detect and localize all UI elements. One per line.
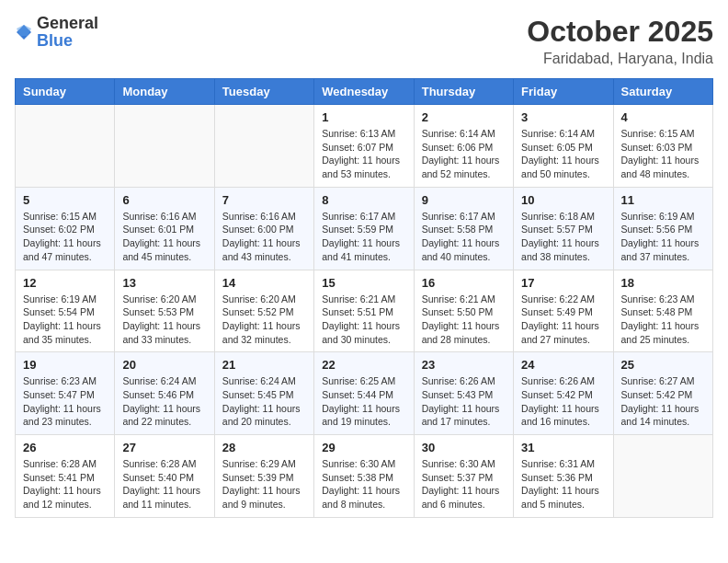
day-info: Sunrise: 6:26 AM Sunset: 5:43 PM Dayligh…: [422, 374, 506, 429]
weekday-header-sunday: Sunday: [16, 79, 115, 105]
day-info: Sunrise: 6:19 AM Sunset: 5:54 PM Dayligh…: [23, 293, 107, 347]
day-number: 10: [521, 193, 605, 207]
day-cell: 6Sunrise: 6:16 AM Sunset: 6:01 PM Daylig…: [115, 187, 214, 270]
day-cell: 13Sunrise: 6:20 AM Sunset: 5:53 PM Dayli…: [115, 270, 214, 352]
day-number: 24: [521, 358, 605, 372]
day-number: 21: [222, 358, 306, 372]
day-number: 5: [23, 193, 107, 207]
day-cell: 15Sunrise: 6:21 AM Sunset: 5:51 PM Dayli…: [314, 270, 414, 352]
day-cell: 10Sunrise: 6:18 AM Sunset: 5:57 PM Dayli…: [514, 187, 613, 270]
day-cell: 19Sunrise: 6:23 AM Sunset: 5:47 PM Dayli…: [16, 352, 115, 435]
day-number: 23: [422, 358, 506, 372]
week-row-5: 26Sunrise: 6:28 AM Sunset: 5:41 PM Dayli…: [16, 435, 713, 518]
calendar: SundayMondayTuesdayWednesdayThursdayFrid…: [15, 78, 713, 518]
day-info: Sunrise: 6:20 AM Sunset: 5:52 PM Dayligh…: [222, 293, 306, 347]
day-info: Sunrise: 6:15 AM Sunset: 6:02 PM Dayligh…: [23, 210, 107, 264]
logo-icon: [15, 23, 33, 41]
day-info: Sunrise: 6:31 AM Sunset: 5:36 PM Dayligh…: [521, 457, 605, 511]
day-number: 13: [122, 276, 206, 290]
logo: General Blue: [15, 15, 98, 50]
day-number: 17: [521, 276, 605, 290]
day-cell: 14Sunrise: 6:20 AM Sunset: 5:52 PM Dayli…: [214, 270, 313, 352]
day-cell: 9Sunrise: 6:17 AM Sunset: 5:58 PM Daylig…: [414, 187, 513, 270]
day-cell: 25Sunrise: 6:27 AM Sunset: 5:42 PM Dayli…: [613, 352, 712, 435]
day-info: Sunrise: 6:26 AM Sunset: 5:42 PM Dayligh…: [521, 374, 605, 429]
logo-text: General Blue: [37, 15, 98, 50]
day-number: 1: [322, 110, 405, 124]
day-number: 15: [322, 276, 405, 290]
day-cell: 11Sunrise: 6:19 AM Sunset: 5:56 PM Dayli…: [613, 187, 712, 270]
day-number: 20: [122, 358, 206, 372]
logo-general: General: [37, 14, 98, 32]
day-cell: 24Sunrise: 6:26 AM Sunset: 5:42 PM Dayli…: [514, 352, 613, 435]
logo-blue: Blue: [37, 31, 73, 50]
day-number: 30: [422, 441, 506, 454]
day-cell: 1Sunrise: 6:13 AM Sunset: 6:07 PM Daylig…: [314, 105, 414, 188]
day-info: Sunrise: 6:13 AM Sunset: 6:07 PM Dayligh…: [322, 127, 405, 181]
day-cell: [115, 105, 214, 188]
day-number: 11: [621, 193, 705, 207]
day-info: Sunrise: 6:17 AM Sunset: 5:59 PM Dayligh…: [322, 210, 405, 264]
day-cell: 4Sunrise: 6:15 AM Sunset: 6:03 PM Daylig…: [613, 105, 712, 188]
day-info: Sunrise: 6:16 AM Sunset: 6:00 PM Dayligh…: [222, 210, 306, 264]
header: General Blue October 2025 Faridabad, Har…: [15, 15, 713, 67]
day-cell: 16Sunrise: 6:21 AM Sunset: 5:50 PM Dayli…: [414, 270, 513, 352]
day-info: Sunrise: 6:29 AM Sunset: 5:39 PM Dayligh…: [222, 457, 306, 511]
day-info: Sunrise: 6:28 AM Sunset: 5:40 PM Dayligh…: [122, 457, 206, 511]
day-info: Sunrise: 6:21 AM Sunset: 5:50 PM Dayligh…: [422, 293, 506, 347]
day-number: 14: [222, 276, 306, 290]
day-cell: 26Sunrise: 6:28 AM Sunset: 5:41 PM Dayli…: [16, 435, 115, 518]
day-cell: 17Sunrise: 6:22 AM Sunset: 5:49 PM Dayli…: [514, 270, 613, 352]
day-cell: 29Sunrise: 6:30 AM Sunset: 5:38 PM Dayli…: [314, 435, 414, 518]
day-cell: 23Sunrise: 6:26 AM Sunset: 5:43 PM Dayli…: [414, 352, 513, 435]
day-info: Sunrise: 6:18 AM Sunset: 5:57 PM Dayligh…: [521, 210, 605, 264]
day-number: 7: [222, 193, 306, 207]
day-number: 26: [23, 441, 107, 454]
day-number: 19: [23, 358, 107, 372]
week-row-4: 19Sunrise: 6:23 AM Sunset: 5:47 PM Dayli…: [16, 352, 713, 435]
day-info: Sunrise: 6:14 AM Sunset: 6:05 PM Dayligh…: [521, 127, 605, 181]
day-number: 6: [122, 193, 206, 207]
day-info: Sunrise: 6:20 AM Sunset: 5:53 PM Dayligh…: [122, 293, 206, 347]
day-cell: 8Sunrise: 6:17 AM Sunset: 5:59 PM Daylig…: [314, 187, 414, 270]
day-cell: 7Sunrise: 6:16 AM Sunset: 6:00 PM Daylig…: [214, 187, 313, 270]
day-number: 25: [621, 358, 705, 372]
week-row-3: 12Sunrise: 6:19 AM Sunset: 5:54 PM Dayli…: [16, 270, 713, 352]
day-cell: 12Sunrise: 6:19 AM Sunset: 5:54 PM Dayli…: [16, 270, 115, 352]
day-cell: 2Sunrise: 6:14 AM Sunset: 6:06 PM Daylig…: [414, 105, 513, 188]
day-cell: [613, 435, 712, 518]
day-info: Sunrise: 6:24 AM Sunset: 5:46 PM Dayligh…: [122, 374, 206, 429]
day-cell: [16, 105, 115, 188]
day-info: Sunrise: 6:15 AM Sunset: 6:03 PM Dayligh…: [621, 127, 705, 181]
day-info: Sunrise: 6:16 AM Sunset: 6:01 PM Dayligh…: [122, 210, 206, 264]
day-info: Sunrise: 6:30 AM Sunset: 5:38 PM Dayligh…: [322, 457, 405, 511]
day-cell: 21Sunrise: 6:24 AM Sunset: 5:45 PM Dayli…: [214, 352, 313, 435]
day-info: Sunrise: 6:30 AM Sunset: 5:37 PM Dayligh…: [422, 457, 506, 511]
day-info: Sunrise: 6:22 AM Sunset: 5:49 PM Dayligh…: [521, 293, 605, 347]
day-cell: 20Sunrise: 6:24 AM Sunset: 5:46 PM Dayli…: [115, 352, 214, 435]
day-number: 29: [322, 441, 405, 454]
day-cell: 22Sunrise: 6:25 AM Sunset: 5:44 PM Dayli…: [314, 352, 414, 435]
day-number: 31: [521, 441, 605, 454]
weekday-header-wednesday: Wednesday: [314, 79, 414, 105]
location-title: Faridabad, Haryana, India: [527, 51, 713, 67]
day-info: Sunrise: 6:27 AM Sunset: 5:42 PM Dayligh…: [621, 374, 705, 429]
day-cell: [214, 105, 313, 188]
day-number: 27: [122, 441, 206, 454]
day-cell: 31Sunrise: 6:31 AM Sunset: 5:36 PM Dayli…: [514, 435, 613, 518]
day-cell: 5Sunrise: 6:15 AM Sunset: 6:02 PM Daylig…: [16, 187, 115, 270]
day-cell: 30Sunrise: 6:30 AM Sunset: 5:37 PM Dayli…: [414, 435, 513, 518]
day-info: Sunrise: 6:14 AM Sunset: 6:06 PM Dayligh…: [422, 127, 506, 181]
day-number: 18: [621, 276, 705, 290]
day-number: 28: [222, 441, 306, 454]
weekday-header-saturday: Saturday: [613, 79, 712, 105]
day-number: 3: [521, 110, 605, 124]
week-row-2: 5Sunrise: 6:15 AM Sunset: 6:02 PM Daylig…: [16, 187, 713, 270]
weekday-header-tuesday: Tuesday: [214, 79, 313, 105]
weekday-header-row: SundayMondayTuesdayWednesdayThursdayFrid…: [16, 79, 713, 105]
weekday-header-friday: Friday: [514, 79, 613, 105]
weekday-header-monday: Monday: [115, 79, 214, 105]
weekday-header-thursday: Thursday: [414, 79, 513, 105]
day-info: Sunrise: 6:23 AM Sunset: 5:47 PM Dayligh…: [23, 374, 107, 429]
day-cell: 27Sunrise: 6:28 AM Sunset: 5:40 PM Dayli…: [115, 435, 214, 518]
